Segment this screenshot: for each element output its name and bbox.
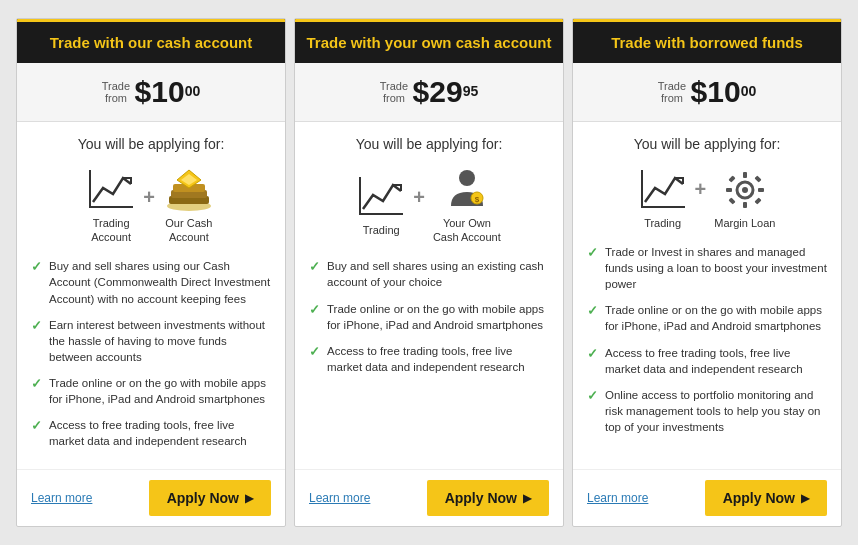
trading-account-icon-item: TradingAccount (87, 168, 135, 245)
apply-now-button-1[interactable]: Apply Now (149, 480, 271, 516)
feature-2-1: Buy and sell shares using an existing ca… (309, 258, 549, 290)
feature-1-3: Trade online or on the go with mobile ap… (31, 375, 271, 407)
feature-3-3: Access to free trading tools, free live … (587, 345, 827, 377)
svg-point-16 (742, 187, 748, 193)
price-cents-2: 95 (463, 82, 479, 98)
plus-sign-2: + (413, 186, 425, 209)
trading-icon-item-2: Trading (357, 175, 405, 237)
card-price-3: Trade from $1000 (573, 63, 841, 122)
svg-rect-21 (728, 175, 735, 182)
applying-for-label-3: You will be applying for: (573, 122, 841, 160)
apply-now-button-3[interactable]: Apply Now (705, 480, 827, 516)
gear-icon (722, 168, 768, 212)
feature-3-1: Trade or Invest in shares and managed fu… (587, 244, 827, 292)
icon1-label-2: Trading (363, 223, 400, 237)
learn-more-3[interactable]: Learn more (587, 491, 648, 505)
card-our-cash-account: Trade with our cash account Trade from $… (16, 18, 286, 528)
price-amount-2: $29 (413, 75, 463, 108)
svg-rect-14 (641, 170, 643, 208)
svg-rect-0 (89, 206, 133, 208)
applying-for-label-2: You will be applying for: (295, 122, 563, 160)
svg-rect-24 (754, 197, 761, 204)
feature-1-4: Access to free trading tools, free live … (31, 417, 271, 449)
card-header-2: Trade with your own cash account (295, 19, 563, 63)
svg-rect-18 (743, 202, 747, 208)
price-amount-3: $10 (691, 75, 741, 108)
icon2-label-3: Margin Loan (714, 216, 775, 230)
svg-rect-17 (743, 172, 747, 178)
feature-3-4: Online access to portfolio monitoring an… (587, 387, 827, 435)
svg-rect-23 (728, 197, 735, 204)
plus-sign-1: + (143, 186, 155, 209)
card-footer-2: Learn more Apply Now (295, 469, 563, 526)
applying-for-label-1: You will be applying for: (17, 122, 285, 160)
card-price-1: Trade from $1000 (17, 63, 285, 122)
trading-chart-icon (87, 168, 135, 212)
svg-rect-8 (359, 213, 403, 215)
person-cash-icon: $ (445, 168, 489, 212)
icon2-label-2: Your OwnCash Account (433, 216, 501, 245)
apply-now-button-2[interactable]: Apply Now (427, 480, 549, 516)
svg-rect-9 (359, 177, 361, 215)
trading-chart-icon-2 (357, 175, 405, 219)
cards-container: Trade with our cash account Trade from $… (8, 10, 850, 536)
svg-rect-20 (758, 188, 764, 192)
icons-row-1: TradingAccount + Our CashAccount (17, 160, 285, 249)
svg-text:$: $ (475, 195, 480, 204)
icons-row-3: Trading + Margin Loan (573, 160, 841, 234)
feature-1-2: Earn interest between investments withou… (31, 317, 271, 365)
features-list-1: Buy and sell shares using our Cash Accou… (17, 248, 285, 469)
svg-rect-1 (89, 170, 91, 208)
person-icon-item: $ Your OwnCash Account (433, 168, 501, 245)
card-price-2: Trade from $2995 (295, 63, 563, 122)
card-header-3: Trade with borrowed funds (573, 19, 841, 63)
plus-sign-3: + (695, 178, 707, 201)
card-borrowed-funds: Trade with borrowed funds Trade from $10… (572, 18, 842, 528)
feature-1-1: Buy and sell shares using our Cash Accou… (31, 258, 271, 306)
icon2-label-1: Our CashAccount (165, 216, 212, 245)
cash-account-icon-item: Our CashAccount (163, 168, 215, 245)
svg-rect-13 (641, 206, 685, 208)
trading-icon-item-3: Trading (639, 168, 687, 230)
feature-2-3: Access to free trading tools, free live … (309, 343, 549, 375)
icon1-label-3: Trading (644, 216, 681, 230)
learn-more-1[interactable]: Learn more (31, 491, 92, 505)
feature-3-2: Trade online or on the go with mobile ap… (587, 302, 827, 334)
svg-rect-22 (754, 175, 761, 182)
trading-chart-icon-3 (639, 168, 687, 212)
card-footer-3: Learn more Apply Now (573, 469, 841, 526)
icon1-label-1: TradingAccount (91, 216, 131, 245)
price-amount-1: $10 (135, 75, 185, 108)
svg-point-10 (459, 170, 475, 186)
card-footer-1: Learn more Apply Now (17, 469, 285, 526)
features-list-3: Trade or Invest in shares and managed fu… (573, 234, 841, 469)
price-cents-1: 00 (185, 82, 201, 98)
cash-stack-icon (163, 168, 215, 212)
icons-row-2: Trading + $ Your OwnCash Account (295, 160, 563, 249)
card-header-1: Trade with our cash account (17, 19, 285, 63)
svg-rect-19 (726, 188, 732, 192)
price-cents-3: 00 (741, 82, 757, 98)
feature-2-2: Trade online or on the go with mobile ap… (309, 301, 549, 333)
card-own-cash-account: Trade with your own cash account Trade f… (294, 18, 564, 528)
margin-loan-icon-item: Margin Loan (714, 168, 775, 230)
learn-more-2[interactable]: Learn more (309, 491, 370, 505)
features-list-2: Buy and sell shares using an existing ca… (295, 248, 563, 469)
